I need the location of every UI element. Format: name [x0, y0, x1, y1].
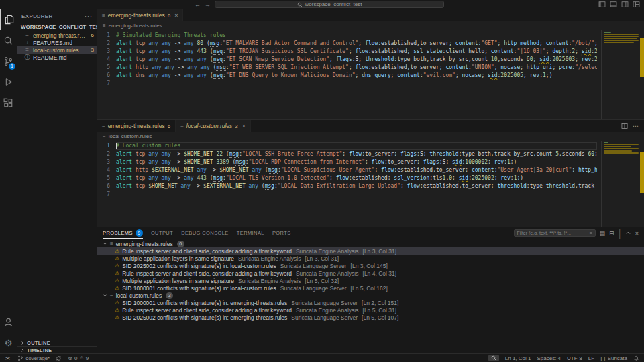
code-line[interactable]: 7	[97, 190, 597, 198]
search-icon	[297, 2, 303, 7]
code-line[interactable]: 3 alert tcp any any -> $HOME_NET 3389 (m…	[97, 158, 597, 166]
problem-row[interactable]: ⚠ Rule inspect server and client side, c…	[97, 269, 644, 277]
minimap[interactable]	[601, 141, 640, 227]
workspace-root-folder[interactable]: WORKSPACE_CONFLICT_TEST	[17, 23, 97, 32]
editor-group-top: ≡ emerging-threats.rules 6 × ≡ emerging-…	[97, 9, 644, 119]
zoom-indicator[interactable]	[488, 355, 499, 361]
warning-icon: ⚠	[79, 355, 83, 361]
code-line[interactable]: 4 alert tcp any any -> any any (msg:"ET …	[97, 56, 597, 64]
breadcrumb[interactable]: ≡ local-custom.rules	[97, 132, 644, 141]
problems-group-emerging-threats.rules[interactable]: ≡ emerging-threats.rules 6	[97, 240, 644, 247]
language-mode[interactable]: { } Suricata	[600, 355, 627, 361]
problem-row[interactable]: ⚠ SID 1000001 conflicts with signature(s…	[97, 299, 644, 306]
code-line[interactable]: 2 alert tcp any any -> any 80 (msg:"ET M…	[97, 40, 597, 48]
tab-emerging-threats.rules[interactable]: ≡ emerging-threats.rules 6 ×	[97, 9, 183, 21]
file-FEATURES.md[interactable]: ↓ FEATURES.md	[17, 39, 97, 46]
code-line[interactable]: 4 alert http $EXTERNAL_NET any -> $HOME_…	[97, 166, 597, 174]
panel-tab-problems[interactable]: PROBLEMS 9	[103, 227, 143, 239]
close-panel-icon[interactable]: ×	[635, 230, 639, 237]
code-line[interactable]: 6 alert dns any any -> any any (msg:"ET …	[97, 72, 597, 80]
code-editor[interactable]: 1 # Simulated Emerging Threats rules 2 a…	[97, 30, 644, 119]
problem-count-badge: 3	[235, 123, 237, 129]
problem-row[interactable]: ⚠ SID 2025002 conflicts with signature(s…	[97, 262, 644, 269]
file-icon: ≡	[102, 123, 105, 129]
file-local-custom.rules[interactable]: ≡ local-custom.rules 3	[17, 46, 97, 54]
toggle-secondary-sidebar-icon[interactable]	[621, 1, 629, 8]
tab-emerging-threats.rules[interactable]: ≡ emerging-threats.rules 6	[97, 120, 176, 132]
sync-icon	[56, 355, 62, 361]
outline-section[interactable]: OUTLINE	[17, 339, 97, 346]
nav-back-button[interactable]: ←	[195, 1, 201, 9]
panel-tab-terminal[interactable]: TERMINAL	[237, 227, 264, 239]
toggle-panel-icon[interactable]	[610, 1, 617, 8]
command-center-text: workspace_conflict_test	[305, 1, 362, 7]
problem-row[interactable]: ⚠ SID 2025002 conflicts with signature(s…	[97, 314, 644, 321]
close-icon[interactable]: ×	[242, 123, 246, 129]
explorer-sidebar: EXPLORER ··· WORKSPACE_CONFLICT_TEST ≡ e…	[17, 9, 97, 353]
encoding-status[interactable]: UTF-8	[567, 355, 582, 361]
activity-files-button[interactable]	[0, 9, 17, 30]
code-editor[interactable]: 1 # Local custom rules 2 alert tcp any a…	[97, 141, 644, 227]
minimap[interactable]	[601, 30, 640, 119]
view-as-table-icon[interactable]: ▤	[600, 230, 606, 237]
panel-header: PROBLEMS 9 OUTPUT DEBUG CONSOLE TERMINAL…	[97, 227, 644, 239]
close-icon[interactable]: ×	[174, 12, 178, 19]
overview-ruler	[640, 30, 644, 119]
remote-indicator[interactable]: ><	[3, 356, 11, 361]
more-actions-icon[interactable]: ⋯	[633, 123, 639, 129]
problem-row[interactable]: ⚠ Rule inspect server and client side, c…	[97, 306, 644, 314]
command-center-search[interactable]: workspace_conflict_test	[215, 1, 444, 8]
tab-local-custom.rules[interactable]: ≡ local-custom.rules 3 ×	[176, 120, 251, 132]
cursor-position[interactable]: Ln 1, Col 1	[505, 355, 531, 361]
files-icon	[4, 15, 14, 25]
eol-status[interactable]: LF	[588, 355, 594, 361]
accounts-button[interactable]	[0, 312, 17, 333]
panel-tab-ports[interactable]: PORTS	[272, 227, 291, 239]
breadcrumb[interactable]: ≡ emerging-threats.rules	[97, 21, 644, 30]
notifications-bell[interactable]	[633, 355, 639, 361]
file-README.md[interactable]: ⓘ README.md	[17, 54, 97, 61]
code-line[interactable]: 6 alert tcp $HOME_NET any -> $EXTERNAL_N…	[97, 182, 597, 190]
file-emerging-threats.rules[interactable]: ≡ emerging-threats.rules 6	[17, 32, 97, 39]
problems-status[interactable]: ⊗ 0 ⚠ 9	[68, 355, 89, 361]
code-line[interactable]: 3 alert tcp any any -> any 443 (msg:"ET …	[97, 48, 597, 56]
problem-row[interactable]: ⚠ Multiple application layers in same si…	[97, 255, 644, 262]
timeline-section[interactable]: TIMELINE	[17, 346, 97, 353]
maximize-panel-icon[interactable]	[625, 230, 631, 236]
code-line[interactable]: 7	[97, 80, 597, 88]
toggle-sidebar-icon[interactable]	[598, 1, 606, 8]
activity-debug-button[interactable]	[0, 72, 17, 93]
tab-bar: ≡ emerging-threats.rules 6 ×	[97, 9, 644, 21]
code-line[interactable]: 1 # Local custom rules	[97, 142, 597, 150]
problem-count-badge: 6	[168, 123, 170, 129]
problem-row[interactable]: ⚠ SID 1000001 conflicts with signature(s…	[97, 284, 644, 292]
settings-button[interactable]: ⚙	[0, 333, 17, 353]
sync-changes-button[interactable]	[56, 355, 62, 361]
problems-filter-input[interactable]: Filter (e.g. text, **/*.ts, !*... ≡	[514, 229, 596, 237]
problems-group-local-custom.rules[interactable]: ≡ local-custom.rules 3	[97, 292, 644, 299]
collapse-all-icon[interactable]: ⊟	[609, 230, 614, 237]
explorer-more-actions-icon[interactable]: ···	[85, 13, 93, 19]
warning-icon: ⚠	[115, 248, 119, 254]
panel-tab-debug-console[interactable]: DEBUG CONSOLE	[181, 227, 229, 239]
indentation-status[interactable]: Spaces: 4	[537, 355, 561, 361]
chevron-right-icon	[20, 348, 25, 353]
activity-extensions-button[interactable]	[0, 93, 17, 113]
code-line[interactable]: 2 alert tcp any any -> $HOME_NET 22 (msg…	[97, 150, 597, 158]
panel-tab-output[interactable]: OUTPUT	[151, 227, 173, 239]
split-editor-icon[interactable]	[621, 123, 628, 129]
warning-icon: ⚠	[115, 285, 119, 291]
code-line[interactable]: 5 alert tcp any any -> any 443 (msg:"LOC…	[97, 174, 597, 182]
vscode-window: ← → workspace_conflict_test 1 ⚙	[0, 0, 644, 362]
git-branch-status[interactable]: coverage*	[17, 355, 50, 361]
code-line[interactable]: 1 # Simulated Emerging Threats rules	[97, 32, 597, 40]
problem-row[interactable]: ⚠ Multiple application layers in same si…	[97, 277, 644, 284]
code-line[interactable]: 5 alert http any any -> any any (msg:"ET…	[97, 64, 597, 72]
account-icon	[3, 317, 13, 327]
customize-layout-icon[interactable]	[633, 1, 640, 8]
activity-source-control-button[interactable]: 1	[0, 51, 17, 72]
nav-forward-button[interactable]: →	[205, 1, 211, 9]
warning-icon: ⚠	[115, 300, 119, 306]
activity-search-button[interactable]	[0, 30, 17, 51]
problem-row[interactable]: ⚠ Rule inspect server and client side, c…	[97, 247, 644, 255]
